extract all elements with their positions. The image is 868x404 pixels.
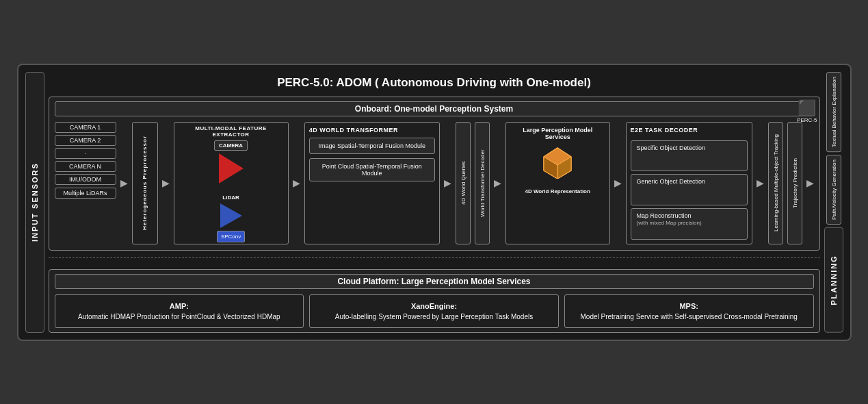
lidar-label: LiDAR xyxy=(222,194,239,201)
amp-desc: Automatic HDMAP Production for PointClou… xyxy=(62,313,297,320)
camera-label-box: CAMERA xyxy=(214,140,248,151)
transformer-title: 4D WORLD TRANSFORMER xyxy=(309,127,435,134)
mmfe-inner: CAMERA LiDAR SPConv xyxy=(177,140,285,242)
generic-detection-task: Generic Object Detection xyxy=(631,174,748,205)
world-queries-label: 4D World Queries xyxy=(456,122,471,244)
planning-right: Textual Behavior Explanation Path/Veloci… xyxy=(824,72,843,333)
amp-service: AMP: Automatic HDMAP Production for Poin… xyxy=(55,294,304,328)
perc5-logo: ⬛ PERC-5 xyxy=(797,99,817,123)
e2e-title: E2E TASK DECODER xyxy=(631,127,748,134)
spconv-box: SPConv xyxy=(217,231,245,242)
textual-behavior-label: Textual Behavior Explanation xyxy=(826,72,841,152)
pointcloud-fusion-module: Point Cloud Spatial-Temporal Fusion Modu… xyxy=(309,158,435,181)
onboard-label: Onboard: One-model Perception System xyxy=(55,101,814,116)
hetero-label: Heterogeneous Preprocessor xyxy=(142,136,148,230)
camera-sensors: CAMERA 1 CAMERA 2 · CAMERA N IMU/ODOM xyxy=(55,122,116,185)
sensors-arrow: ▶ xyxy=(120,122,128,244)
xano-title: XanoEngine: xyxy=(317,302,551,310)
input-sensors-group: CAMERA 1 CAMERA 2 · CAMERA N IMU/ODOM Mu… xyxy=(55,122,116,244)
hetero-arrow: ▶ xyxy=(162,122,170,244)
image-fusion-module: Image Spatial-Temporal Fusion Module xyxy=(309,138,435,154)
transformer-arrow: ▶ xyxy=(444,122,451,244)
hetero-preprocessor: Heterogeneous Preprocessor xyxy=(132,122,158,244)
mps-service: MPS: Model Pretraining Service with Self… xyxy=(564,294,814,328)
cube-3d-icon xyxy=(540,144,575,184)
input-sensors-label: INPUT SENSORS xyxy=(25,72,44,333)
camera1-sensor: CAMERA 1 xyxy=(55,122,116,133)
world-rep-label: 4D World Representation xyxy=(525,188,590,194)
page-title: PERC-5.0: ADOM ( Autonomous Driving with… xyxy=(49,72,820,92)
onboard-section: Onboard: One-model Perception System CAM… xyxy=(49,97,820,251)
xano-desc: Auto-labelling System Powered by Large P… xyxy=(317,313,551,320)
specific-detection-task: Specific Object Detection xyxy=(631,140,748,172)
main-container: INPUT SENSORS PERC-5.0: ADOM ( Autonomou… xyxy=(17,64,852,341)
trajectory-prediction-label: Trajectory Prediction xyxy=(787,122,802,244)
cloud-label: Cloud Platform: Large Perception Model S… xyxy=(55,274,814,289)
camera-dot: · xyxy=(55,148,116,159)
lpm-title: Large Perception Model Services xyxy=(510,127,605,140)
mmfe-arrow: ▶ xyxy=(293,122,300,244)
xano-service: XanoEngine: Auto-labelling System Powere… xyxy=(309,294,559,328)
transformer-block: 4D WORLD TRANSFORMER Image Spatial-Tempo… xyxy=(304,122,440,244)
e2e-block: E2E TASK DECODER Specific Object Detecti… xyxy=(626,122,752,244)
section-divider xyxy=(49,257,820,258)
e2e-arrow: ▶ xyxy=(757,122,764,244)
path-velocity-label: Path/Velocity Generation xyxy=(826,155,841,225)
camera2-sensor: CAMERA 2 xyxy=(55,135,116,146)
lpm-block: Large Perception Model Services 4D World… xyxy=(505,122,610,244)
lidar-sensor: Multiple LiDARs xyxy=(55,188,116,199)
imu-sensor: IMU/ODOM xyxy=(55,174,116,185)
cameraN-sensor: CAMERA N xyxy=(55,161,116,172)
mps-desc: Model Pretraining Service with Self-supe… xyxy=(572,313,806,320)
planning-label: PLANNING xyxy=(824,227,843,333)
trajectory-arrow: ▶ xyxy=(806,122,814,244)
mmfe-block: MULTI-MODAL FEATURE EXTRACTOR CAMERA LiD… xyxy=(174,122,289,244)
mps-title: MPS: xyxy=(572,302,806,310)
cloud-section: Cloud Platform: Large Perception Model S… xyxy=(49,269,820,333)
decoder-arrow: ▶ xyxy=(494,122,501,244)
amp-title: AMP: xyxy=(62,302,297,310)
map-reconstruction-task: Map Reconstruction (with mixed Map preci… xyxy=(631,208,748,240)
cube-logo-icon: ⬛ xyxy=(797,99,817,117)
lidar-triangle-icon xyxy=(220,203,242,228)
onboard-inner: CAMERA 1 CAMERA 2 · CAMERA N IMU/ODOM Mu… xyxy=(55,122,814,244)
camera-triangle-icon xyxy=(219,153,244,184)
cloud-services-row: AMP: Automatic HDMAP Production for Poin… xyxy=(55,294,814,328)
world-decoder-label: World Transformer Decoder xyxy=(475,122,490,244)
lpm-arrow: ▶ xyxy=(614,122,622,244)
multi-object-tracking-label: Learning-based Multiple-object Tracking xyxy=(768,122,783,244)
main-content: PERC-5.0: ADOM ( Autonomous Driving with… xyxy=(49,72,820,333)
mmfe-title: MULTI-MODAL FEATURE EXTRACTOR xyxy=(177,125,285,138)
